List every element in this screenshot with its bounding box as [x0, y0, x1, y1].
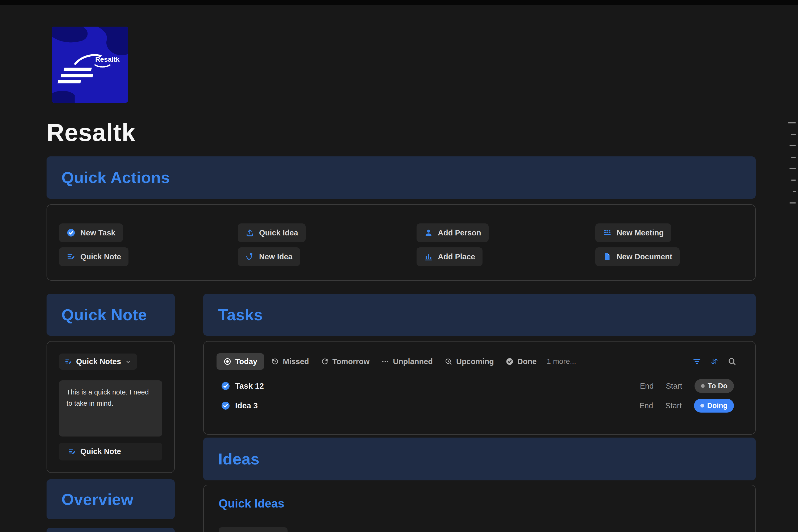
outline-dash	[790, 203, 796, 204]
outline-dash	[790, 168, 796, 169]
quick-action-label: Add Person	[438, 228, 481, 237]
check-circle-icon	[66, 228, 76, 237]
note-text: This is a quick note. I need to take in …	[66, 387, 155, 409]
quick-action-label: Add Place	[438, 252, 475, 261]
filter-icon[interactable]	[692, 357, 701, 366]
quick-action-label: New Document	[616, 252, 672, 261]
person-icon	[424, 228, 433, 237]
quick-action-quick-idea-button[interactable]: Quick Idea	[238, 224, 306, 242]
tab-done[interactable]: Done	[501, 353, 542, 370]
tab-label: Done	[517, 357, 537, 366]
ideas-header: Ideas	[203, 438, 756, 480]
outline-indicator[interactable]	[788, 122, 796, 204]
status-label: To Do	[708, 382, 727, 390]
ideas-card: Quick Ideas Quick Idea	[203, 484, 756, 532]
quick-note-header: Quick Note	[46, 294, 175, 336]
quick-actions-grid: New TaskQuick IdeaAdd PersonNew MeetingQ…	[59, 224, 755, 266]
outline-dash	[790, 145, 796, 146]
app-logo-image: Resaltk	[52, 26, 128, 103]
quick-actions-card: New TaskQuick IdeaAdd PersonNew MeetingQ…	[46, 204, 756, 281]
check-circle-icon	[221, 381, 230, 391]
check-circle-icon	[221, 401, 230, 411]
target-icon	[224, 358, 231, 365]
tab-missed[interactable]: Missed	[266, 353, 314, 370]
outline-dash	[793, 191, 796, 192]
task-row-properties: EndStartDoing	[640, 399, 737, 413]
tasks-view-actions	[692, 357, 737, 366]
outline-dash	[791, 179, 796, 180]
quick-action-new-meeting-button[interactable]: New Meeting	[595, 224, 671, 242]
task-rows: Task 12EndStartTo DoIdea 3EndStartDoing	[216, 377, 737, 415]
check-circle-icon	[506, 358, 514, 365]
tasks-header: Tasks	[203, 294, 756, 336]
logo-wordmark: Resaltk	[95, 56, 120, 63]
quick-idea-button[interactable]: Quick Idea	[218, 527, 288, 532]
task-row-properties: EndStartTo Do	[640, 379, 737, 393]
building-icon	[424, 252, 433, 261]
task-start-date[interactable]: Start	[666, 382, 682, 391]
quick-action-new-document-button[interactable]: New Document	[595, 247, 680, 266]
task-end-date[interactable]: End	[640, 382, 654, 391]
task-name[interactable]: Idea 3	[235, 401, 258, 410]
outline-dash	[791, 134, 796, 135]
quick-action-add-person-button[interactable]: Add Person	[417, 224, 489, 242]
quick-note-button[interactable]: Quick Note	[59, 443, 162, 460]
quick-notes-dropdown-label: Quick Notes	[76, 357, 121, 366]
search-clock-icon	[444, 358, 453, 365]
quick-action-label: Quick Note	[80, 252, 121, 261]
tab-tomorrow[interactable]: Tomorrow	[316, 353, 375, 370]
overview-title: Overview	[61, 490, 134, 509]
tasks-tabs: TodayMissedTomorrowUnplannedUpcomingDone	[216, 353, 541, 370]
task-row[interactable]: Idea 3EndStartDoing	[216, 396, 737, 415]
top-edge-strip	[0, 0, 798, 5]
ideas-title: Ideas	[218, 450, 260, 468]
app-logo[interactable]: Resaltk	[52, 26, 128, 103]
tab-label: Tomorrow	[332, 357, 370, 366]
quick-note-title: Quick Note	[61, 306, 147, 324]
quick-action-new-task-button[interactable]: New Task	[59, 224, 123, 242]
hook-icon	[245, 252, 254, 261]
task-status-pill[interactable]: Doing	[694, 399, 734, 413]
overview-header: Overview	[46, 479, 175, 519]
outline-dash	[788, 122, 796, 124]
tasks-title: Tasks	[218, 306, 263, 324]
quick-action-label: Quick Idea	[259, 228, 298, 237]
note-icon	[66, 252, 76, 261]
quick-action-new-idea-button[interactable]: New Idea	[238, 247, 300, 266]
task-row[interactable]: Task 12EndStartTo Do	[216, 377, 737, 395]
tasks-tabbar: TodayMissedTomorrowUnplannedUpcomingDone…	[216, 353, 737, 370]
sort-icon[interactable]	[710, 357, 719, 366]
quick-action-label: New Idea	[259, 252, 292, 261]
partial-section-header	[46, 528, 175, 532]
document-icon	[603, 252, 612, 261]
redo-icon	[321, 358, 329, 365]
tab-label: Missed	[283, 357, 309, 366]
task-name[interactable]: Task 12	[235, 381, 264, 391]
more-tabs[interactable]: 1 more...	[547, 357, 576, 366]
tab-today[interactable]: Today	[216, 353, 264, 370]
page-title[interactable]: Resaltk	[46, 119, 135, 147]
note-preview: This is a quick note. I need to take in …	[59, 380, 162, 436]
outline-dash	[791, 157, 796, 158]
quick-action-label: New Meeting	[616, 228, 664, 237]
dots-icon	[381, 358, 389, 365]
note-icon	[64, 358, 72, 366]
search-icon[interactable]	[727, 357, 737, 366]
task-end-date[interactable]: End	[640, 401, 653, 410]
chevron-down-icon	[125, 358, 132, 365]
task-status-pill[interactable]: To Do	[695, 379, 734, 393]
quick-action-quick-note-button[interactable]: Quick Note	[59, 247, 129, 266]
tab-label: Unplanned	[393, 357, 433, 366]
quick-action-add-place-button[interactable]: Add Place	[417, 247, 482, 266]
task-start-date[interactable]: Start	[665, 401, 682, 410]
quick-actions-header: Quick Actions	[46, 156, 756, 199]
quick-action-label: New Task	[80, 228, 115, 237]
status-dot-icon	[701, 384, 705, 388]
quick-ideas-title: Quick Ideas	[218, 497, 740, 510]
status-dot-icon	[700, 404, 704, 407]
quick-notes-dropdown[interactable]: Quick Notes	[59, 354, 137, 370]
tab-upcoming[interactable]: Upcoming	[440, 353, 499, 370]
tab-unplanned[interactable]: Unplanned	[376, 353, 438, 370]
quick-note-button-label: Quick Note	[80, 447, 121, 456]
tasks-card: TodayMissedTomorrowUnplannedUpcomingDone…	[203, 341, 756, 435]
